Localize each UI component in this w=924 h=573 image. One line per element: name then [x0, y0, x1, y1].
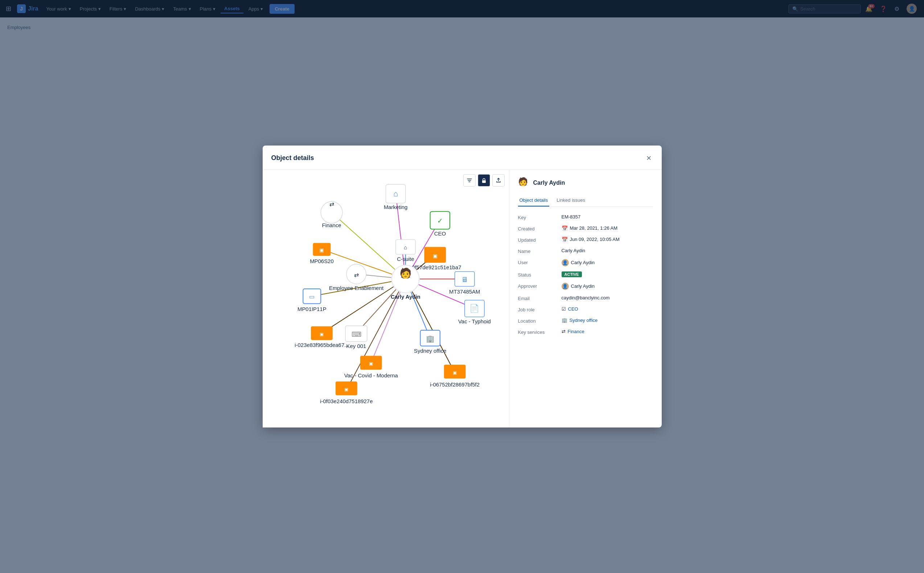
entity-avatar-icon: 🧑	[518, 177, 530, 189]
status-badge: ACTIVE	[561, 271, 582, 277]
details-tabs: Object details Linked issues	[518, 194, 653, 207]
status-label: Status	[518, 271, 561, 278]
relationship-graph[interactable]: ⇄ Finance ⌂ Marketing ✓ CEO ⌂ C-suite	[263, 170, 509, 427]
tab-linked-issues[interactable]: Linked issues	[555, 194, 586, 207]
created-label: Created	[518, 225, 561, 232]
svg-text:▣: ▣	[369, 361, 373, 366]
details-panel: 🧑 Carly Aydin Object details Linked issu…	[509, 170, 662, 427]
user-value: 👤 Carly Aydin	[561, 259, 653, 266]
mp06s20-label: MP06S20	[310, 258, 334, 264]
svg-line-13	[405, 279, 455, 373]
marketing-label: Marketing	[383, 204, 407, 210]
detail-approver-row: Approver 👤 Carly Aydin	[518, 283, 653, 290]
mp01ip11p-label: MP01IP11P	[297, 306, 326, 312]
svg-text:🖥: 🖥	[461, 276, 468, 283]
svg-text:▣: ▣	[344, 387, 348, 392]
approver-avatar: 👤	[561, 283, 569, 290]
carly-node-label: Carly Aydin	[390, 294, 420, 300]
export-icon	[496, 177, 501, 183]
modal-overlay[interactable]: Object details ✕	[0, 0, 924, 573]
approver-value: 👤 Carly Aydin	[561, 283, 653, 290]
detail-email-row: Email caydin@banclyinc.com	[518, 295, 653, 301]
csuite-label: C-suite	[397, 255, 414, 261]
tab-object-details[interactable]: Object details	[518, 194, 550, 207]
sydney-office-label: Sydney office	[414, 348, 446, 354]
jobrole-icon: ☑	[561, 306, 566, 312]
detail-name-row: Name Carly Aydin	[518, 248, 653, 254]
object-details-modal: Object details ✕	[263, 146, 662, 427]
graph-panel: ⇄ Finance ⌂ Marketing ✓ CEO ⌂ C-suite	[263, 170, 509, 427]
employee-enablement-label: Employee Enablement	[329, 285, 383, 291]
svg-text:▭: ▭	[309, 293, 314, 300]
detail-created-row: Created 📅 Mar 28, 2021, 1:26 AM	[518, 225, 653, 232]
lock-icon	[481, 177, 487, 183]
svg-text:✓: ✓	[437, 217, 442, 225]
jobrole-label: Job role	[518, 306, 561, 312]
graph-toolbar	[463, 174, 505, 186]
svg-text:⌂: ⌂	[393, 189, 398, 198]
user-avatar: 👤	[561, 259, 569, 266]
name-label: Name	[518, 248, 561, 254]
jobrole-link[interactable]: CEO	[568, 306, 578, 312]
keyservices-value: ⇄ Finance	[561, 329, 653, 334]
i0f03e-label: i-0f03e240d7518927e	[320, 398, 372, 404]
location-link[interactable]: Sydney office	[569, 318, 598, 323]
detail-status-row: Status ACTIVE	[518, 271, 653, 278]
detail-keyservices-row: Key services ⇄ Finance	[518, 329, 653, 335]
keyservices-link[interactable]: Finance	[568, 329, 585, 334]
svg-text:🧑: 🧑	[399, 267, 411, 279]
svg-text:▣: ▣	[432, 253, 437, 259]
calendar-icon-2: 📅	[561, 236, 568, 243]
svg-text:⇄: ⇄	[354, 271, 358, 278]
svg-text:⌨: ⌨	[351, 330, 361, 338]
created-value: 📅 Mar 28, 2021, 1:26 AM	[561, 225, 653, 231]
detail-jobrole-row: Job role ☑ CEO	[518, 306, 653, 312]
export-tool-button[interactable]	[492, 174, 505, 186]
user-label: User	[518, 259, 561, 265]
keyservices-icon: ⇄	[561, 329, 566, 334]
filter-tool-button[interactable]	[463, 174, 475, 186]
finance-label: Finance	[322, 222, 341, 228]
i0f57d-label: i-0f57de921c51e1ba7	[409, 264, 461, 270]
i06752-label: i-06752bf28697bf5f2	[430, 381, 480, 388]
vac-typhoid-label: Vac - Typhoid	[458, 318, 491, 324]
keyservices-label: Key services	[518, 329, 561, 335]
modal-title: Object details	[271, 154, 314, 162]
close-button[interactable]: ✕	[645, 153, 653, 164]
detail-key-row: Key EM-8357	[518, 214, 653, 220]
location-value: 🏢 Sydney office	[561, 318, 653, 323]
svg-text:⌂: ⌂	[404, 244, 407, 250]
svg-line-1	[331, 212, 406, 279]
key-value: EM-8357	[561, 214, 653, 219]
updated-value: 📅 Jun 09, 2022, 10:05 AM	[561, 236, 653, 243]
svg-text:▣: ▣	[453, 370, 457, 375]
modal-header: Object details ✕	[263, 146, 662, 170]
entity-name: Carly Aydin	[533, 180, 565, 186]
status-value: ACTIVE	[561, 271, 653, 277]
detail-location-row: Location 🏢 Sydney office	[518, 318, 653, 324]
location-icon: 🏢	[561, 318, 568, 323]
mt37485am-label: MT37485AM	[449, 288, 480, 295]
svg-text:▣: ▣	[319, 247, 324, 253]
filter-icon	[466, 177, 472, 183]
svg-rect-0	[482, 180, 486, 183]
lock-tool-button[interactable]	[478, 174, 490, 186]
i023e-label: i-023e83f965bdea67...	[295, 342, 349, 348]
modal-body: ⇄ Finance ⌂ Marketing ✓ CEO ⌂ C-suite	[263, 170, 662, 427]
vac-covid-label: Vac - Covid - Moderna	[344, 372, 398, 379]
svg-text:▣: ▣	[320, 332, 324, 337]
key-label: Key	[518, 214, 561, 220]
location-label: Location	[518, 318, 561, 324]
updated-label: Updated	[518, 236, 561, 243]
approver-label: Approver	[518, 283, 561, 289]
email-value: caydin@banclyinc.com	[561, 295, 653, 301]
ceo-label: CEO	[434, 230, 446, 236]
detail-updated-row: Updated 📅 Jun 09, 2022, 10:05 AM	[518, 236, 653, 243]
name-value: Carly Aydin	[561, 248, 653, 253]
email-label: Email	[518, 295, 561, 301]
svg-text:🏢: 🏢	[425, 335, 434, 343]
svg-text:⇄: ⇄	[329, 201, 334, 207]
key001-label: Key 001	[346, 343, 366, 349]
detail-user-row: User 👤 Carly Aydin	[518, 259, 653, 266]
calendar-icon: 📅	[561, 225, 568, 231]
